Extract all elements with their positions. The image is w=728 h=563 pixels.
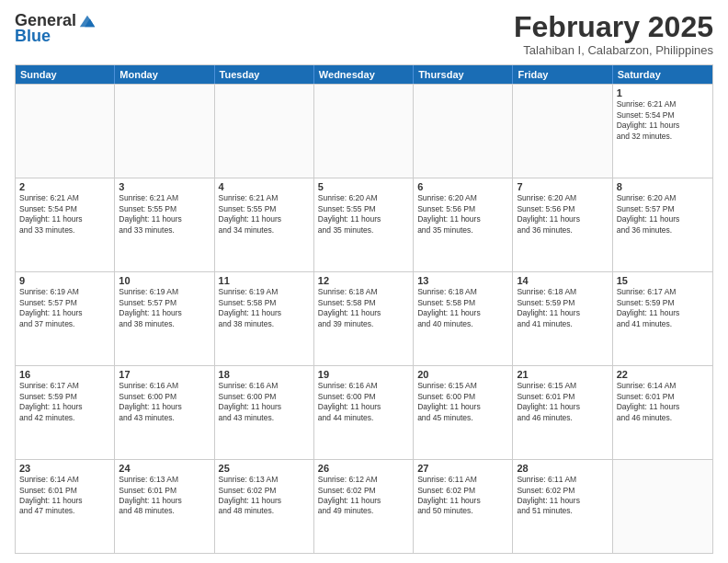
- header-day-sunday: Sunday: [16, 65, 115, 84]
- header-day-saturday: Saturday: [613, 65, 712, 84]
- day-number: 17: [119, 369, 210, 380]
- day-number: 27: [417, 463, 508, 474]
- day-number: 25: [219, 463, 310, 474]
- day-info: Sunrise: 6:11 AM Sunset: 6:02 PM Dayligh…: [517, 475, 608, 517]
- month-title: February 2025: [514, 11, 713, 43]
- calendar-cell: 5Sunrise: 6:20 AM Sunset: 5:55 PM Daylig…: [314, 178, 414, 271]
- calendar-cell: [215, 85, 314, 178]
- day-info: Sunrise: 6:15 AM Sunset: 6:00 PM Dayligh…: [417, 381, 508, 423]
- day-number: 15: [617, 275, 709, 286]
- header-day-thursday: Thursday: [414, 65, 513, 84]
- calendar-cell: [115, 85, 214, 178]
- calendar-header: SundayMondayTuesdayWednesdayThursdayFrid…: [16, 65, 712, 84]
- day-number: 21: [517, 369, 608, 380]
- calendar-cell: 20Sunrise: 6:15 AM Sunset: 6:00 PM Dayli…: [414, 366, 513, 459]
- day-info: Sunrise: 6:14 AM Sunset: 6:01 PM Dayligh…: [19, 475, 110, 517]
- day-number: 26: [318, 463, 409, 474]
- day-number: 24: [119, 463, 210, 474]
- day-number: 8: [617, 181, 709, 192]
- day-number: 10: [119, 275, 210, 286]
- day-info: Sunrise: 6:11 AM Sunset: 6:02 PM Dayligh…: [417, 475, 508, 517]
- calendar-cell: 13Sunrise: 6:18 AM Sunset: 5:58 PM Dayli…: [414, 272, 513, 365]
- calendar-cell: 24Sunrise: 6:13 AM Sunset: 6:01 PM Dayli…: [115, 460, 214, 553]
- day-info: Sunrise: 6:21 AM Sunset: 5:55 PM Dayligh…: [119, 193, 210, 236]
- calendar-cell: [414, 85, 513, 178]
- day-info: Sunrise: 6:20 AM Sunset: 5:57 PM Dayligh…: [617, 193, 709, 236]
- day-number: 28: [517, 463, 608, 474]
- calendar-cell: 10Sunrise: 6:19 AM Sunset: 5:57 PM Dayli…: [115, 272, 214, 365]
- calendar-cell: 12Sunrise: 6:18 AM Sunset: 5:58 PM Dayli…: [314, 272, 414, 365]
- calendar-week-4: 16Sunrise: 6:17 AM Sunset: 5:59 PM Dayli…: [16, 365, 712, 459]
- logo-icon: [78, 13, 97, 29]
- header-day-wednesday: Wednesday: [314, 65, 414, 84]
- calendar-cell: 6Sunrise: 6:20 AM Sunset: 5:56 PM Daylig…: [414, 178, 513, 271]
- day-number: 11: [219, 275, 310, 286]
- day-number: 3: [119, 181, 210, 192]
- calendar-cell: 4Sunrise: 6:21 AM Sunset: 5:55 PM Daylig…: [215, 178, 314, 271]
- calendar-cell: 14Sunrise: 6:18 AM Sunset: 5:59 PM Dayli…: [513, 272, 612, 365]
- day-number: 6: [417, 181, 508, 192]
- day-number: 23: [19, 463, 110, 474]
- calendar-cell: 8Sunrise: 6:20 AM Sunset: 5:57 PM Daylig…: [613, 178, 712, 271]
- page: General Blue February 2025 Talahiban I, …: [0, 0, 728, 563]
- header-day-tuesday: Tuesday: [215, 65, 314, 84]
- day-info: Sunrise: 6:21 AM Sunset: 5:54 PM Dayligh…: [617, 99, 709, 142]
- day-info: Sunrise: 6:19 AM Sunset: 5:57 PM Dayligh…: [119, 287, 210, 329]
- day-info: Sunrise: 6:20 AM Sunset: 5:56 PM Dayligh…: [517, 193, 608, 236]
- logo-blue: Blue: [15, 27, 51, 46]
- day-number: 2: [19, 181, 110, 192]
- calendar-cell: [613, 460, 712, 553]
- calendar-week-1: 1Sunrise: 6:21 AM Sunset: 5:54 PM Daylig…: [16, 84, 712, 178]
- day-number: 14: [517, 275, 608, 286]
- day-info: Sunrise: 6:20 AM Sunset: 5:55 PM Dayligh…: [318, 193, 409, 236]
- day-info: Sunrise: 6:21 AM Sunset: 5:54 PM Dayligh…: [19, 193, 110, 236]
- calendar-cell: 27Sunrise: 6:11 AM Sunset: 6:02 PM Dayli…: [414, 460, 513, 553]
- calendar-week-5: 23Sunrise: 6:14 AM Sunset: 6:01 PM Dayli…: [16, 459, 712, 553]
- calendar-cell: 23Sunrise: 6:14 AM Sunset: 6:01 PM Dayli…: [16, 460, 115, 553]
- header-day-friday: Friday: [513, 65, 612, 84]
- title-section: February 2025 Talahiban I, Calabarzon, P…: [514, 11, 713, 57]
- calendar-cell: 1Sunrise: 6:21 AM Sunset: 5:54 PM Daylig…: [613, 85, 712, 178]
- header-day-monday: Monday: [115, 65, 214, 84]
- day-info: Sunrise: 6:13 AM Sunset: 6:01 PM Dayligh…: [119, 475, 210, 517]
- calendar-cell: 11Sunrise: 6:19 AM Sunset: 5:58 PM Dayli…: [215, 272, 314, 365]
- calendar-cell: 26Sunrise: 6:12 AM Sunset: 6:02 PM Dayli…: [314, 460, 414, 553]
- calendar-cell: 19Sunrise: 6:16 AM Sunset: 6:00 PM Dayli…: [314, 366, 414, 459]
- day-number: 4: [219, 181, 310, 192]
- calendar-week-3: 9Sunrise: 6:19 AM Sunset: 5:57 PM Daylig…: [16, 271, 712, 365]
- day-number: 19: [318, 369, 409, 380]
- day-number: 7: [517, 181, 608, 192]
- header: General Blue February 2025 Talahiban I, …: [15, 11, 713, 57]
- day-number: 16: [19, 369, 110, 380]
- day-number: 18: [219, 369, 310, 380]
- day-number: 9: [19, 275, 110, 286]
- day-info: Sunrise: 6:14 AM Sunset: 6:01 PM Dayligh…: [617, 381, 709, 423]
- day-number: 12: [318, 275, 409, 286]
- day-number: 5: [318, 181, 409, 192]
- calendar-cell: 22Sunrise: 6:14 AM Sunset: 6:01 PM Dayli…: [613, 366, 712, 459]
- day-info: Sunrise: 6:19 AM Sunset: 5:58 PM Dayligh…: [219, 287, 310, 329]
- calendar-cell: 18Sunrise: 6:16 AM Sunset: 6:00 PM Dayli…: [215, 366, 314, 459]
- day-info: Sunrise: 6:15 AM Sunset: 6:01 PM Dayligh…: [517, 381, 608, 423]
- day-number: 22: [617, 369, 709, 380]
- day-number: 1: [617, 87, 709, 98]
- calendar-cell: 21Sunrise: 6:15 AM Sunset: 6:01 PM Dayli…: [513, 366, 612, 459]
- calendar-cell: 16Sunrise: 6:17 AM Sunset: 5:59 PM Dayli…: [16, 366, 115, 459]
- day-info: Sunrise: 6:21 AM Sunset: 5:55 PM Dayligh…: [219, 193, 310, 236]
- day-number: 20: [417, 369, 508, 380]
- calendar-cell: [314, 85, 414, 178]
- day-info: Sunrise: 6:17 AM Sunset: 5:59 PM Dayligh…: [19, 381, 110, 423]
- day-info: Sunrise: 6:18 AM Sunset: 5:59 PM Dayligh…: [517, 287, 608, 329]
- day-info: Sunrise: 6:19 AM Sunset: 5:57 PM Dayligh…: [19, 287, 110, 329]
- calendar-cell: 15Sunrise: 6:17 AM Sunset: 5:59 PM Dayli…: [613, 272, 712, 365]
- day-info: Sunrise: 6:20 AM Sunset: 5:56 PM Dayligh…: [417, 193, 508, 236]
- calendar-week-2: 2Sunrise: 6:21 AM Sunset: 5:54 PM Daylig…: [16, 178, 712, 271]
- calendar-cell: 28Sunrise: 6:11 AM Sunset: 6:02 PM Dayli…: [513, 460, 612, 553]
- calendar-cell: 2Sunrise: 6:21 AM Sunset: 5:54 PM Daylig…: [16, 178, 115, 271]
- day-info: Sunrise: 6:13 AM Sunset: 6:02 PM Dayligh…: [219, 475, 310, 517]
- calendar-cell: 17Sunrise: 6:16 AM Sunset: 6:00 PM Dayli…: [115, 366, 214, 459]
- day-info: Sunrise: 6:12 AM Sunset: 6:02 PM Dayligh…: [318, 475, 409, 517]
- logo: General Blue: [15, 11, 97, 46]
- calendar-cell: [513, 85, 612, 178]
- day-info: Sunrise: 6:16 AM Sunset: 6:00 PM Dayligh…: [119, 381, 210, 423]
